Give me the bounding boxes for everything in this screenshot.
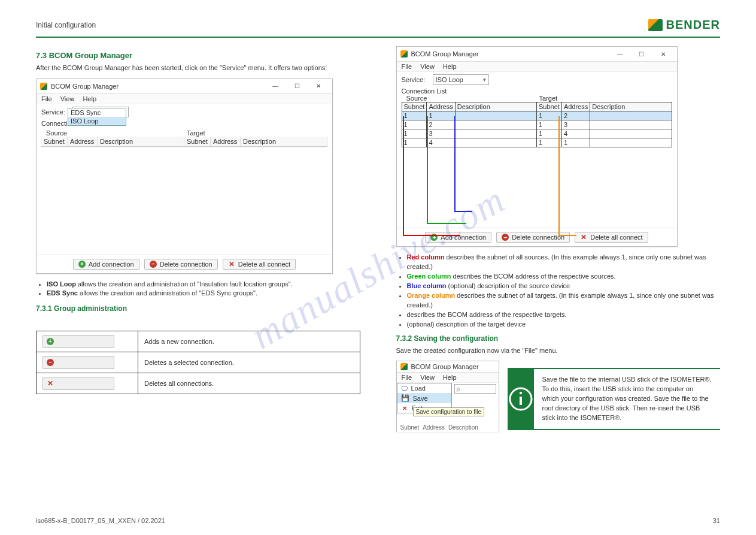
table-cell: [590, 120, 672, 129]
table-cell: [590, 111, 672, 120]
page-footer: iso685-x-B_D00177_05_M_XXEN / 02.2021 31: [36, 517, 720, 524]
window-title: BCOM Group Manager: [411, 363, 479, 370]
dropdown-option-eds[interactable]: EDS Sync: [68, 108, 126, 117]
connection-list-label: Connection List: [397, 87, 677, 95]
menu-view[interactable]: View: [420, 63, 435, 70]
maximize-button[interactable]: ☐: [287, 81, 307, 92]
col-subnet-t: Subnet: [184, 137, 211, 146]
menu-view[interactable]: View: [420, 374, 435, 381]
legend-del-text: Deletes a selected connection.: [138, 352, 360, 373]
col-subnet-t: Subnet: [537, 102, 562, 111]
app-icon: [40, 83, 47, 90]
target-header: Target: [187, 129, 327, 137]
service-label: Service:: [41, 108, 68, 116]
col-description-t: Description: [590, 102, 672, 111]
source-header: Source: [402, 95, 539, 102]
brand-name: BENDER: [666, 18, 720, 32]
delete-connection-button[interactable]: –Delete connection: [144, 259, 218, 270]
legend-add-button: +: [42, 335, 114, 348]
section-title: 7.3 BCOM Group Manager: [36, 51, 360, 60]
app-icon: [400, 50, 408, 58]
service-select-value: ISO Loop: [436, 76, 463, 83]
delete-all-label: Delete all connect: [238, 261, 290, 268]
table-cell: [590, 129, 672, 138]
bullet-eds: EDS Sync allows the creation and adminis…: [47, 289, 360, 298]
x-icon: ✕: [228, 261, 235, 268]
footer-page-number: 31: [713, 517, 720, 524]
minimize-button[interactable]: —: [265, 81, 286, 92]
app-window-right: BCOM Group Manager — ☐ ✕ File View Help …: [396, 46, 678, 247]
file-save[interactable]: 💾Save: [397, 393, 451, 403]
app-icon: [400, 363, 408, 370]
close-button[interactable]: ✕: [653, 49, 673, 59]
dropdown-option-iso[interactable]: ISO Loop: [68, 117, 126, 125]
add-connection-button[interactable]: +Add connection: [73, 259, 139, 270]
delete-all-button[interactable]: ✕Delete all connect: [575, 232, 648, 243]
col-subnet: Subnet: [402, 102, 427, 111]
menu-file[interactable]: File: [402, 63, 412, 70]
delete-all-button[interactable]: ✕Delete all connect: [223, 259, 296, 270]
save-tooltip: Save configuration to file: [413, 407, 485, 416]
window-title: BCOM Group Manager: [51, 83, 119, 90]
brand-logo-icon: [648, 19, 663, 31]
legend-add-text: Adds a new connection.: [138, 331, 360, 352]
info-icon: [508, 369, 534, 429]
service-dropdown[interactable]: EDS Sync ISO Loop: [68, 108, 126, 126]
minus-icon: –: [150, 261, 157, 268]
service-select[interactable]: ISO Loop ▾: [433, 74, 489, 85]
label-address: Address: [423, 424, 445, 431]
x-icon: ✕: [401, 404, 408, 412]
legend-delall-button: ✕: [42, 377, 114, 390]
page-header: Initial configuration BENDER: [36, 18, 720, 32]
bullet-iso: ISO Loop allows the creation and adminis…: [47, 280, 360, 289]
file-load[interactable]: 🖵Load: [397, 383, 451, 393]
minimize-button[interactable]: —: [610, 49, 630, 59]
service-label: Service:: [402, 76, 428, 83]
label-subnet: Subnet: [400, 424, 420, 431]
col-description: Description: [455, 102, 536, 111]
svg-point-2: [519, 392, 521, 394]
menu-help[interactable]: Help: [443, 63, 457, 70]
source-header: Source: [41, 129, 187, 137]
menu-help[interactable]: Help: [443, 374, 457, 381]
table-cell: [590, 138, 672, 147]
col-address: Address: [68, 137, 98, 146]
intro-paragraph: After the BCOM Group Manager has been st…: [36, 64, 360, 72]
delete-connection-label: Delete connection: [160, 261, 212, 268]
info-note: Save the file to the internal USB stick …: [508, 368, 721, 430]
col-address-t: Address: [211, 137, 241, 146]
legend-delall-text: Deletes all connections.: [138, 373, 360, 394]
menu-file[interactable]: File: [402, 374, 412, 381]
brand-logo: BENDER: [648, 18, 720, 32]
minus-icon: –: [502, 234, 509, 241]
menu-file[interactable]: File: [41, 95, 52, 102]
col-subnet: Subnet: [41, 137, 68, 146]
x-icon: ✕: [580, 234, 587, 241]
save-icon: 💾: [401, 394, 409, 402]
col-desc-6: (optional) description of the target dev…: [407, 320, 721, 330]
menu-view[interactable]: View: [60, 95, 75, 102]
connection-grid-empty: [37, 147, 332, 255]
legend-del-button: –: [42, 356, 114, 369]
svg-rect-1: [520, 397, 522, 405]
chevron-down-icon: ▾: [483, 77, 486, 83]
app-window-left: BCOM Group Manager — ☐ ✕ File View Help …: [36, 78, 333, 274]
info-text: Save the file to the internal USB stick …: [534, 369, 721, 429]
footer-doc-id: iso685-x-B_D00177_05_M_XXEN / 02.2021: [36, 517, 165, 524]
col-desc-3: Blue column (optional) description of th…: [407, 282, 721, 291]
maximize-button[interactable]: ☐: [631, 49, 652, 59]
header-divider: [36, 37, 720, 38]
column-annotation-brackets: [402, 150, 672, 228]
delete-all-label: Delete all connect: [590, 234, 642, 241]
target-header: Target: [539, 95, 672, 102]
minus-icon: –: [47, 359, 54, 366]
add-connection-label: Add connection: [89, 261, 134, 268]
delete-connection-label: Delete connection: [512, 234, 564, 241]
col-desc-4: Orange column describes the subnet of al…: [407, 291, 721, 310]
col-address: Address: [427, 102, 455, 111]
menu-help[interactable]: Help: [83, 95, 96, 102]
save-paragraph: Save the created configuration now via t…: [396, 346, 721, 355]
subsection-title: 7.3.1 Group administration: [36, 304, 360, 313]
close-button[interactable]: ✕: [308, 81, 329, 92]
file-menu-screenshot: BCOM Group Manager File View Help 🖵Load …: [396, 361, 499, 432]
